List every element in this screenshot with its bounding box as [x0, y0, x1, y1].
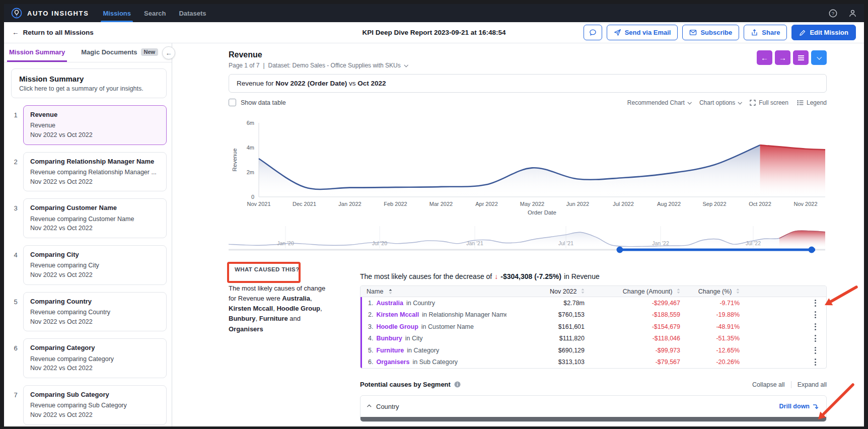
previous-page-button[interactable]: ← — [757, 50, 772, 65]
sidebar-item-4[interactable]: Comparing CityRevenue comparing CityNov … — [23, 245, 167, 285]
cause-name: Bunbury — [229, 315, 255, 322]
sidebar-item-line1: Revenue comparing City — [30, 261, 160, 270]
segment-country-toggle[interactable]: Country — [368, 403, 399, 410]
auto-insights-app: AUTO INSIGHTS Missions Search Datasets ? — [4, 4, 864, 426]
lightbulb-logo-icon — [11, 8, 22, 19]
headline-amount: -$304,308 (-7.25%) — [500, 272, 561, 280]
sidebar-item-line1: Revenue — [30, 121, 160, 130]
cause-cell-name: 6.Organisersin Sub Category — [362, 359, 507, 366]
column-header-change-pct[interactable]: Change (%) — [680, 288, 740, 295]
nav-tab-missions[interactable]: Missions — [103, 4, 131, 22]
cause-table-row[interactable]: 3.Hoodle Groupin Customer Name$161,601-$… — [362, 321, 826, 333]
chart-controls-row: Show data table Recommended Chart Chart … — [229, 99, 827, 106]
sidebar-item-title: Comparing Country — [30, 297, 160, 306]
svg-text:Mar 2022: Mar 2022 — [429, 201, 453, 207]
cause-name-link[interactable]: Hoodle Group — [376, 323, 418, 330]
mission-summary-card[interactable]: Mission Summary Click here to get a summ… — [11, 68, 167, 98]
sidebar-item-5[interactable]: Comparing CountryRevenue comparing Count… — [23, 292, 167, 332]
collapse-all-link[interactable]: Collapse all — [752, 381, 785, 388]
mission-summary-card-title: Mission Summary — [19, 75, 159, 83]
cause-name-link[interactable]: Kirsten Mccall — [376, 311, 419, 318]
content-header: Revenue Page 1 of 7 | Dataset: Demo Sale… — [229, 50, 827, 69]
sidebar-collapse-button[interactable]: ← — [162, 46, 175, 59]
edit-mission-button[interactable]: Edit Mission — [791, 25, 856, 40]
sidebar-scroll-area[interactable]: Mission Summary Click here to get a summ… — [4, 62, 172, 426]
row-menu-kebab-icon[interactable] — [813, 322, 818, 332]
share-button[interactable]: Share — [744, 25, 787, 40]
row-menu-kebab-icon[interactable] — [813, 310, 818, 320]
full-screen-button[interactable]: Full screen — [750, 99, 788, 106]
sidebar-item-7[interactable]: Comparing Sub CategoryRevenue comparing … — [23, 385, 167, 425]
dataset-selector[interactable]: Dataset: Demo Sales - Office Supplies wi… — [268, 62, 407, 69]
cause-name-link[interactable]: Australia — [376, 300, 403, 307]
drill-down-link[interactable]: Drill down — [779, 403, 819, 410]
svg-text:Nov 2022: Nov 2022 — [793, 201, 817, 207]
sidebar-item-line1: Revenue comparing Relationship Manager .… — [30, 168, 160, 177]
svg-text:Dec 2021: Dec 2021 — [293, 201, 316, 207]
column-header-name[interactable]: Name — [360, 288, 507, 295]
sidebar-tabs: Mission Summary Magic Documents New — [4, 43, 172, 62]
page-actions-dropdown-button[interactable] — [811, 50, 827, 65]
comments-button[interactable] — [584, 25, 602, 40]
causes-headline: The most likely causes for the decrease … — [360, 272, 827, 280]
info-icon[interactable] — [454, 381, 461, 388]
cause-cell-value: $2.78m — [507, 300, 585, 307]
cause-table-row[interactable]: 4.Bunburyin City$111,820-$118,046-51.35% — [362, 333, 826, 345]
svg-text:Revenue: Revenue — [232, 148, 238, 171]
send-via-email-button[interactable]: Send via Email — [607, 25, 678, 40]
sidebar-item-number: 7 — [8, 385, 23, 425]
decrease-arrow-icon: ↓ — [494, 272, 498, 280]
sidebar-item-1[interactable]: RevenueRevenueNov 2022 vs Oct 2022 — [23, 105, 167, 145]
cause-cell-change-pct: -9.71% — [680, 300, 740, 307]
next-page-button[interactable]: → — [775, 50, 790, 65]
chart-options-dropdown[interactable]: Chart options — [699, 99, 741, 106]
svg-text:May 2022: May 2022 — [520, 201, 544, 207]
sidebar-item-2[interactable]: Comparing Relationship Manager NameReven… — [23, 152, 167, 192]
row-menu-kebab-icon[interactable] — [813, 333, 818, 343]
nav-tab-datasets[interactable]: Datasets — [179, 4, 206, 22]
cause-name-link[interactable]: Furniture — [376, 347, 404, 354]
return-to-missions-link[interactable]: ← Return to all Missions — [12, 29, 94, 36]
dataset-label: Dataset: Demo Sales - Office Supplies wi… — [268, 62, 401, 69]
cause-table-row[interactable]: 5.Furniturein Category$690,129-$99,973-1… — [362, 344, 826, 356]
cause-table-row[interactable]: 2.Kirsten Mccallin Relationship Manager … — [362, 309, 826, 321]
tab-mission-summary[interactable]: Mission Summary — [7, 43, 67, 62]
insights-row: WHAT CAUSED THIS? The most likely causes… — [229, 259, 827, 422]
tab-magic-documents[interactable]: Magic Documents New — [79, 43, 160, 62]
header-nov2022-label: Nov 2022 — [550, 288, 577, 295]
cause-name-link[interactable]: Organisers — [376, 359, 409, 366]
svg-text:Nov 2021: Nov 2021 — [247, 201, 270, 207]
sidebar-item-number: 2 — [8, 152, 23, 192]
column-header-nov-2022[interactable]: Nov 2022 — [507, 288, 585, 295]
timeline-scrubber[interactable]: Jan '20Jul '20Jan '21Jul '21Jan '22Jul '… — [229, 223, 827, 255]
cause-cell-value: $161,601 — [507, 323, 585, 330]
scrubber-svg[interactable]: Jan '20Jul '20Jan '21Jul '21Jan '22Jul '… — [229, 223, 825, 253]
cause-name-link[interactable]: Bunbury — [376, 335, 402, 342]
scrubber-left-handle[interactable] — [617, 247, 623, 253]
help-icon[interactable]: ? — [829, 9, 837, 18]
subtitle-vs: vs — [349, 80, 356, 87]
show-data-table-checkbox[interactable] — [229, 99, 236, 106]
scrubber-right-handle[interactable] — [809, 247, 815, 253]
user-account-icon[interactable] — [848, 9, 857, 18]
legend-button[interactable]: Legend — [797, 99, 827, 106]
subscribe-button[interactable]: Subscribe — [682, 25, 739, 40]
cause-table-row[interactable]: 6.Organisersin Sub Category$313,103-$79,… — [362, 356, 826, 369]
sidebar-item-6[interactable]: Comparing CategoryRevenue comparing Cate… — [23, 338, 167, 378]
pages-menu-button[interactable] — [793, 50, 809, 65]
cause-table-row[interactable]: 1.Australiain Country$2.78m-$299,467-9.7… — [362, 297, 826, 309]
cause-name: Kirsten Mccall — [229, 305, 273, 312]
recommended-chart-dropdown[interactable]: Recommended Chart — [627, 99, 691, 106]
nav-tab-search[interactable]: Search — [144, 4, 166, 22]
row-menu-kebab-icon[interactable] — [813, 298, 818, 308]
cause-name: Australia — [282, 295, 310, 302]
expand-all-link[interactable]: Expand all — [798, 381, 827, 388]
sidebar-item-number: 6 — [8, 338, 23, 378]
svg-text:Feb 2022: Feb 2022 — [384, 201, 407, 207]
sidebar-item-3[interactable]: Comparing Customer NameRevenue comparing… — [23, 198, 167, 238]
column-header-change-amount[interactable]: Change (Amount) — [585, 288, 680, 295]
paper-plane-icon — [614, 29, 621, 36]
sidebar-item-line1: Revenue comparing Sub Category — [30, 401, 160, 410]
row-menu-kebab-icon[interactable] — [813, 345, 818, 355]
row-menu-kebab-icon[interactable] — [813, 357, 818, 367]
